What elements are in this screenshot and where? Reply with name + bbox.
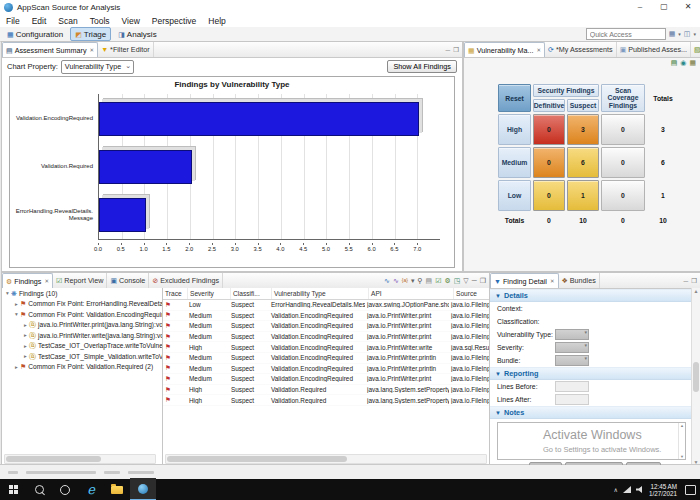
group-by-icon[interactable]: {a}: [402, 278, 408, 283]
search-icon[interactable]: ⚲: [417, 277, 422, 284]
column-header-trace[interactable]: Trace: [163, 288, 188, 299]
field-select[interactable]: ▾: [555, 329, 589, 340]
menu-view[interactable]: View: [116, 16, 146, 26]
close-icon[interactable]: ✕: [550, 278, 555, 284]
trace-flag-icon[interactable]: ⚑: [163, 333, 187, 341]
quick-access-input[interactable]: [586, 28, 666, 40]
details-section-header[interactable]: ▼ Details: [490, 289, 700, 302]
tab-bundles[interactable]: ❖Bundles: [559, 273, 600, 288]
matrix-cell-scan[interactable]: 0: [601, 114, 645, 145]
internet-explorer-icon[interactable]: e: [78, 479, 104, 500]
tab-vulnerability-ma[interactable]: ▦Vulnerability Ma...✕: [464, 42, 545, 57]
tree-item[interactable]: ▸ⓐTestCase_IOT_OverlapTrace.writeToVulne…: [2, 341, 162, 352]
show-trace-icon[interactable]: ∿: [384, 277, 390, 284]
tab-console[interactable]: ▣Console: [107, 273, 149, 288]
tree-item[interactable]: ▸⚑Common Fix Point: ErrorHandling.Reveal…: [2, 299, 162, 310]
table-row[interactable]: ⚑HighSuspectValidation.Requiredjava.lang…: [163, 395, 489, 406]
maximize-icon[interactable]: ❐: [480, 277, 486, 284]
matrix-cell-suspect[interactable]: 3: [567, 114, 599, 145]
trace-flag-icon[interactable]: ⚑: [163, 396, 187, 404]
toolbar-triage[interactable]: ◩Triage: [70, 27, 111, 41]
tree-item[interactable]: ▸ⓐjava.io.PrintWriter.write(java.lang.St…: [2, 330, 162, 341]
table-row[interactable]: ⚑MediumSuspectValidation.EncodingRequire…: [163, 311, 489, 322]
column-header-classifi[interactable]: Classifi...: [231, 288, 272, 299]
tab-report-view[interactable]: ☑Report View: [53, 273, 107, 288]
minimize-icon[interactable]: ─: [472, 277, 477, 284]
trace-flag-icon[interactable]: ⚑: [163, 364, 187, 372]
chevron-right-icon[interactable]: ▸: [13, 364, 20, 370]
start-button[interactable]: [0, 479, 26, 500]
close-icon[interactable]: ✕: [44, 278, 49, 284]
taskbar-clock[interactable]: 12:45 AM 1/27/2021: [649, 483, 677, 497]
menu-file[interactable]: File: [0, 16, 26, 26]
maximize-icon[interactable]: ❐: [453, 46, 459, 54]
minimize-icon[interactable]: ─: [446, 46, 451, 53]
matrix-cell-suspect[interactable]: 1: [567, 180, 599, 211]
close-window-button[interactable]: ✕: [676, 0, 700, 15]
tray-expand-icon[interactable]: ∧: [614, 486, 618, 493]
export-icon[interactable]: ◳: [454, 277, 461, 284]
maximize-window-button[interactable]: ▢: [652, 0, 676, 15]
chart-property-select[interactable]: Vulnerability Type: [61, 60, 134, 74]
maximize-icon[interactable]: ❐: [691, 277, 697, 285]
trace-flag-icon[interactable]: ⚑: [163, 322, 187, 330]
chevron-down-icon[interactable]: ▾: [411, 277, 415, 284]
tree-horizontal-scrollbar[interactable]: [4, 454, 156, 464]
menu-edit[interactable]: Edit: [26, 16, 53, 26]
table-row[interactable]: ⚑MediumSuspectValidation.EncodingRequire…: [163, 374, 489, 385]
trace-flag-icon[interactable]: ⚑: [163, 301, 187, 309]
detail-vertical-scrollbar[interactable]: ▲▼: [691, 288, 700, 465]
toolbar-configuration[interactable]: ▦Configuration: [2, 27, 68, 41]
show-all-findings-button[interactable]: Show All Findings: [387, 60, 457, 73]
tree-item[interactable]: ▾⚑Common Fix Point: Validation.EncodingR…: [2, 309, 162, 320]
tab-published-asses[interactable]: ▣Published Asses...: [617, 42, 691, 57]
tab-assessment-summary[interactable]: ▤Assessment Summary✕: [2, 42, 98, 57]
table-horizontal-scrollbar[interactable]: [165, 454, 487, 464]
toolbar-analysis[interactable]: ◨Analysis: [113, 27, 161, 41]
tree-item[interactable]: ▸ⓐjava.io.PrintWriter.print(java.lang.St…: [2, 320, 162, 331]
menu-perspective[interactable]: Perspective: [146, 16, 202, 26]
chevron-down-icon[interactable]: ▾: [13, 311, 20, 317]
search-icon[interactable]: [26, 479, 52, 500]
filter-settings-icon[interactable]: ▦: [689, 59, 696, 66]
chevron-down-icon[interactable]: ▾: [4, 290, 11, 296]
tab-findings[interactable]: ⚙Findings✕: [2, 273, 53, 288]
tree-item[interactable]: ▾❋Findings (10): [2, 288, 162, 299]
tab-filter-editor[interactable]: ▼*Filter Editor: [98, 42, 153, 57]
notification-center-icon[interactable]: [685, 485, 696, 495]
reset-button[interactable]: Reset: [498, 84, 531, 112]
table-row[interactable]: ⚑MediumSuspectValidation.EncodingRequire…: [163, 364, 489, 375]
column-header-api[interactable]: API: [369, 288, 454, 299]
close-icon[interactable]: ✕: [536, 47, 541, 53]
field-input[interactable]: [555, 394, 589, 405]
tree-item[interactable]: ▸⚑Common Fix Point: Validation.Required …: [2, 362, 162, 373]
field-select[interactable]: ▾: [555, 342, 589, 353]
table-row[interactable]: ⚑MediumSuspectValidation.EncodingRequire…: [163, 321, 489, 332]
chevron-right-icon[interactable]: ▸: [13, 301, 20, 307]
table-row[interactable]: ⚑LowSuspectErrorHandling.RevealDetails.M…: [163, 300, 489, 311]
tab-quality-metrics[interactable]: ▧Quality Metrics: [691, 42, 700, 57]
column-header-source[interactable]: Source: [454, 288, 489, 299]
table-row[interactable]: ⚑HighSuspectValidation.EncodingRequiredj…: [163, 342, 489, 353]
chevron-right-icon[interactable]: ▸: [22, 322, 29, 328]
table-row[interactable]: ⚑MediumSuspectValidation.EncodingRequire…: [163, 353, 489, 364]
trace-flag-icon[interactable]: ⚑: [163, 386, 187, 394]
select-all-icon[interactable]: ☑: [435, 277, 441, 284]
trace-flag-icon[interactable]: ⚑: [163, 354, 187, 362]
notes-section-header[interactable]: ▼ Notes: [490, 406, 700, 419]
matrix-cell-suspect[interactable]: 6: [567, 147, 599, 178]
tab-my-assessments[interactable]: ⟳*My Assessments: [545, 42, 617, 57]
trace-flag-icon[interactable]: ⚑: [163, 375, 187, 383]
matrix-cell-scan[interactable]: 0: [601, 180, 645, 211]
network-icon[interactable]: [623, 486, 631, 493]
view-menu-icon[interactable]: ▽: [463, 277, 468, 284]
copy-icon[interactable]: ▤: [426, 277, 433, 284]
field-select[interactable]: ▾: [555, 355, 589, 366]
column-header-vulnerability-type[interactable]: Vulnerability Type: [272, 288, 369, 299]
show-all-traces-icon[interactable]: ∿: [393, 277, 399, 284]
trace-flag-icon[interactable]: ⚑: [163, 311, 187, 319]
settings-icon[interactable]: ⚙: [444, 277, 450, 284]
tab-excluded-findings[interactable]: ⊘Excluded Findings: [149, 273, 223, 288]
open-perspective-icon[interactable]: ▦: [669, 30, 676, 38]
matrix-cell-definitive[interactable]: 0: [533, 180, 565, 211]
